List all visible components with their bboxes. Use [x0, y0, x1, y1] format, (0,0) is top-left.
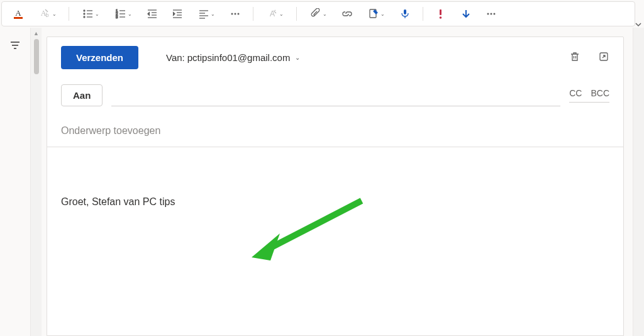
chevron-down-icon: ⌄ — [380, 11, 385, 17]
svg-point-39 — [491, 13, 492, 15]
divider — [423, 7, 423, 21]
chevron-down-icon: ⌄ — [52, 11, 57, 17]
increase-indent-button[interactable] — [166, 4, 189, 24]
svg-text:b: b — [45, 12, 48, 18]
divider — [253, 7, 253, 21]
compose-header-actions — [569, 51, 609, 65]
from-prefix: Van: — [166, 52, 185, 63]
numbered-list-button[interactable]: 1 2 3 ⌄ — [108, 4, 138, 24]
bcc-toggle[interactable]: BCC — [591, 88, 609, 98]
svg-point-8 — [84, 16, 85, 18]
sidebar-scrollbar[interactable]: ▲ — [30, 28, 42, 336]
send-button[interactable]: Verzenden — [61, 46, 138, 69]
svg-point-28 — [231, 13, 233, 15]
attach-button[interactable]: ⌄ — [303, 4, 333, 24]
divider — [69, 7, 69, 21]
svg-point-36 — [440, 16, 442, 19]
chevron-down-icon[interactable]: ⌄ — [295, 54, 300, 61]
compose-pane: Verzenden Van: pctipsinfo01@gmail.com ⌄ — [47, 36, 624, 336]
svg-point-30 — [238, 13, 240, 15]
divider — [296, 7, 297, 21]
svg-point-29 — [235, 13, 236, 15]
to-button[interactable]: Aan — [61, 84, 103, 106]
filter-button[interactable] — [6, 36, 24, 54]
subject-input[interactable] — [61, 125, 609, 137]
signature-button[interactable]: ⌄ — [361, 4, 391, 24]
to-input[interactable] — [111, 85, 560, 106]
to-row: Aan CC BCC — [47, 81, 623, 115]
svg-point-4 — [84, 10, 85, 11]
message-body[interactable]: Groet, Stefan van PC tips — [47, 147, 623, 273]
svg-text:3: 3 — [116, 15, 118, 19]
chevron-down-icon: ⌄ — [211, 11, 215, 17]
more-formatting-button[interactable] — [224, 4, 247, 24]
chevron-down-icon: ⌄ — [128, 11, 132, 17]
clear-formatting-button[interactable]: A b ⌄ — [32, 4, 62, 24]
svg-text:A: A — [15, 8, 21, 18]
importance-low-button[interactable] — [455, 4, 477, 24]
chevron-down-icon: ⌄ — [323, 11, 327, 17]
from-field[interactable]: Van: pctipsinfo01@gmail.com ⌄ — [166, 52, 300, 63]
more-options-button[interactable] — [480, 4, 502, 24]
popout-button[interactable] — [598, 51, 609, 65]
dictate-button[interactable] — [394, 4, 416, 24]
styles-button[interactable]: A ⌄ — [260, 4, 290, 24]
discard-button[interactable] — [569, 51, 580, 65]
expand-ribbon-button[interactable] — [634, 20, 643, 29]
svg-point-40 — [494, 13, 496, 15]
bullet-list-button[interactable]: ⌄ — [75, 4, 106, 24]
alignment-button[interactable]: ⌄ — [191, 4, 221, 24]
chevron-down-icon: ⌄ — [279, 11, 284, 17]
svg-point-38 — [487, 13, 489, 15]
chevron-down-icon: ⌄ — [95, 11, 99, 17]
email-signature: Groet, Stefan van PC tips — [61, 196, 609, 208]
link-button[interactable] — [336, 4, 358, 24]
subject-row — [47, 115, 623, 147]
svg-rect-33 — [404, 9, 406, 14]
importance-high-button[interactable] — [430, 4, 452, 24]
decrease-indent-button[interactable] — [141, 4, 164, 24]
right-scrollbar[interactable] — [633, 28, 644, 336]
svg-point-6 — [84, 13, 85, 14]
font-color-button[interactable]: A — [7, 4, 30, 24]
scroll-thumb[interactable] — [34, 39, 39, 74]
left-sidebar — [0, 28, 30, 336]
from-email: pctipsinfo01@gmail.com — [187, 52, 291, 63]
main-area: ▲ Verzenden Van: pctipsinfo01@gmail.com … — [0, 28, 644, 336]
svg-rect-35 — [440, 9, 441, 15]
compose-header: Verzenden Van: pctipsinfo01@gmail.com ⌄ — [47, 37, 623, 81]
svg-rect-1 — [14, 17, 23, 19]
scroll-up-arrow[interactable]: ▲ — [31, 29, 42, 38]
cc-toggle[interactable]: CC — [569, 88, 582, 98]
formatting-toolbar: A A b ⌄ ⌄ 1 2 3 ⌄ — [1, 1, 635, 26]
cc-bcc-toggles: CC BCC — [569, 88, 609, 103]
